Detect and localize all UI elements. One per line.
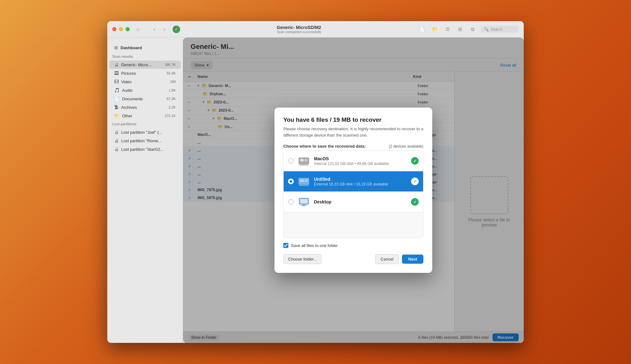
device-detail-macos: Internal 121,02 GB disk • 49,66 GB avail…: [314, 161, 407, 166]
svg-rect-5: [300, 179, 304, 182]
sidebar-item-audio[interactable]: 🎵 Audio 1,5K: [109, 86, 181, 94]
modal-dialog: You have 6 files / 19 MB to recover Plea…: [274, 108, 432, 273]
minimize-button[interactable]: [119, 27, 123, 31]
sidebar-item-generic-micro[interactable]: 🖨 Generic- Micro... 385,7K: [109, 61, 181, 69]
scan-results-section: Scan results: [107, 53, 183, 60]
sidebar-item-lost-starg2[interactable]: 🖨 Lost partition "StarG2...: [109, 145, 181, 153]
sidebar-label-pictures: Pictures: [121, 71, 164, 76]
toolbar-right: 📄 📁 ☰ ⊞ ⧉ 🔍 Search: [418, 25, 519, 34]
sidebar-item-lost-rome[interactable]: 🖨 Lost partition "Rome...: [109, 137, 181, 145]
documents-icon: 📄: [114, 96, 120, 101]
device-icon-desktop: [298, 196, 310, 208]
device-name-untitled: Untitled: [314, 177, 407, 182]
sidebar-label-audio: Audio: [122, 88, 166, 93]
device-info-desktop: Desktop: [314, 199, 407, 205]
device-icon-macos: [298, 155, 310, 167]
devices-available: (2 devices available): [389, 144, 423, 149]
close-button[interactable]: [112, 27, 116, 31]
save-to-folder-checkbox[interactable]: [283, 243, 288, 248]
title-center: Generic- MicroSD/M2 Scan completed succe…: [184, 25, 414, 34]
sidebar-item-documents[interactable]: 📄 Documents 57,3K: [109, 95, 181, 103]
sidebar-badge-generic: 385,7K: [165, 63, 176, 67]
app-window: ⌂ ‹ › ✓ Generic- MicroSD/M2 Scan complet…: [107, 21, 524, 343]
sidebar-badge-pictures: 52,4K: [167, 71, 176, 75]
sidebar-item-video[interactable]: 🎞 Video 189: [109, 78, 181, 86]
sidebar: ⊞ Dashboard Scan results 🖨 Generic- Micr…: [107, 38, 183, 343]
archives-icon: 🗜: [114, 105, 119, 110]
sidebar-item-other[interactable]: 📁 Other 272,1K: [109, 112, 181, 120]
grid-icon[interactable]: ⊞: [456, 25, 464, 34]
maximize-button[interactable]: [126, 27, 130, 31]
back-button[interactable]: ‹: [150, 25, 159, 34]
forward-button[interactable]: ›: [160, 25, 169, 34]
device-info-untitled: Untitled External 16,23 GB disk • 16,19 …: [314, 177, 407, 186]
device-radio-macos[interactable]: [288, 158, 294, 164]
sidebar-label-archives: Archives: [121, 105, 166, 110]
status-icon: ✓: [173, 26, 180, 33]
svg-rect-7: [299, 185, 308, 186]
title-bar: ⌂ ‹ › ✓ Generic- MicroSD/M2 Scan complet…: [107, 21, 524, 38]
device-info-macos: MacOS Internal 121,02 GB disk • 49,66 GB…: [314, 156, 407, 166]
device-radio-untitled[interactable]: [288, 179, 294, 184]
svg-rect-10: [303, 204, 305, 205]
dashboard-label: Dashboard: [121, 45, 142, 50]
device-item-untitled[interactable]: Untitled External 16,23 GB disk • 16,19 …: [284, 171, 423, 192]
device-list: MacOS Internal 121,02 GB disk • 49,66 GB…: [283, 150, 423, 238]
dashboard-item[interactable]: ⊞ Dashboard: [109, 43, 181, 52]
sidebar-label-generic: Generic- Micro...: [121, 62, 162, 67]
device-name-macos: MacOS: [314, 156, 407, 161]
device-check-macos: ✓: [411, 157, 419, 165]
modal-description: Please choose recovery destination. It i…: [283, 126, 423, 138]
sidebar-item-lost-joel[interactable]: 🖨 Lost partition "Joel" (...: [109, 128, 181, 136]
sidebar-badge-video: 189: [170, 80, 176, 84]
svg-rect-3: [299, 165, 308, 165]
pictures-icon: 🖼: [114, 71, 119, 76]
printer-icon: 🖨: [114, 62, 119, 67]
sidebar-badge-other: 272,1K: [165, 114, 176, 118]
window-title: Generic- MicroSD/M2: [277, 25, 321, 30]
svg-rect-2: [304, 159, 308, 161]
device-item-desktop[interactable]: Desktop ✓: [284, 192, 423, 212]
sidebar-label-lost-starg2: Lost partition "StarG2...: [121, 147, 176, 152]
sidebar-label-other: Other: [122, 114, 162, 118]
choose-folder-button[interactable]: Choose folder...: [283, 254, 321, 264]
lost-joel-icon: 🖨: [114, 130, 119, 135]
svg-rect-6: [304, 179, 308, 182]
save-to-folder-row[interactable]: Save all files to one folder: [283, 243, 423, 248]
sidebar-label-lost-rome: Lost partition "Rome...: [121, 138, 176, 143]
folder-icon[interactable]: 📁: [430, 25, 439, 34]
search-bar[interactable]: 🔍 Search: [481, 26, 519, 33]
svg-rect-11: [301, 205, 307, 206]
split-icon[interactable]: ⧉: [468, 25, 477, 34]
video-icon: 🎞: [114, 79, 119, 84]
modal-title: You have 6 files / 19 MB to recover: [283, 116, 423, 123]
traffic-lights: [112, 27, 130, 31]
search-placeholder: Search: [491, 27, 503, 32]
home-icon[interactable]: ⌂: [133, 25, 142, 34]
svg-rect-9: [300, 199, 308, 203]
device-detail-untitled: External 16,23 GB disk • 16,19 GB availa…: [314, 182, 407, 186]
choose-label-text: Choose where to save the recovered data:: [283, 144, 366, 149]
device-name-desktop: Desktop: [314, 199, 407, 204]
sidebar-label-lost-joel: Lost partition "Joel" (...: [121, 130, 176, 135]
lost-rome-icon: 🖨: [114, 138, 119, 143]
cancel-button[interactable]: Cancel: [375, 254, 398, 264]
modal-buttons: Choose folder... Cancel Next: [283, 254, 423, 264]
sidebar-badge-audio: 1,5K: [168, 88, 176, 92]
save-to-folder-label: Save all files to one folder: [291, 243, 338, 248]
device-radio-desktop[interactable]: [288, 199, 294, 205]
file-icon[interactable]: 📄: [418, 25, 427, 34]
lost-starg2-icon: 🖨: [114, 147, 119, 152]
list-icon[interactable]: ☰: [443, 25, 452, 34]
sidebar-badge-documents: 57,3K: [167, 97, 176, 101]
sidebar-label-documents: Documents: [122, 97, 164, 101]
device-item-macos[interactable]: MacOS Internal 121,02 GB disk • 49,66 GB…: [284, 151, 423, 171]
device-empty-area: [284, 212, 423, 238]
sidebar-item-archives[interactable]: 🗜 Archives 2,2K: [109, 103, 181, 111]
nav-buttons: ‹ ›: [150, 25, 169, 34]
device-check-desktop: ✓: [411, 198, 419, 206]
sidebar-item-pictures[interactable]: 🖼 Pictures 52,4K: [109, 69, 181, 77]
lost-partitions-section: Lost partitions: [107, 120, 183, 128]
window-subtitle: Scan completed successfully: [277, 30, 321, 34]
next-button[interactable]: Next: [402, 255, 423, 264]
